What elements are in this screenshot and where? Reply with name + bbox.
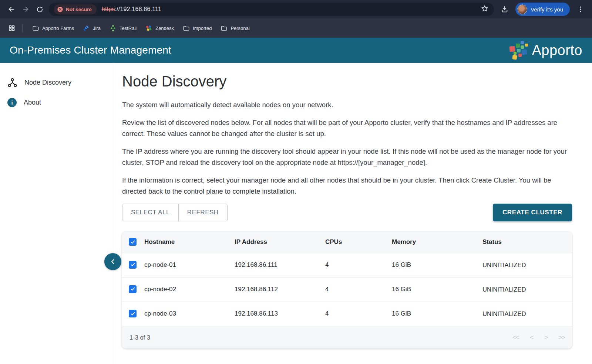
row-checkbox[interactable] (129, 285, 137, 293)
node-hub-icon (7, 78, 17, 88)
column-header-ip: IP Address (235, 232, 325, 253)
bookmark-label: TestRail (120, 25, 137, 31)
apps-grid-icon (8, 24, 16, 32)
cell-cpus: 4 (325, 253, 392, 277)
app-header: On-Premises Cluster Management Apporto (0, 38, 592, 63)
cell-cpus: 4 (325, 277, 392, 302)
url-rest: ://192.168.86.111 (115, 6, 161, 12)
jira-icon (83, 25, 90, 32)
column-header-cpus: CPUs (325, 232, 392, 253)
nodes-table: Hostname IP Address CPUs Memory Status (122, 232, 572, 326)
bookmark-label: Apporto Farms (42, 25, 74, 31)
table-header-row: Hostname IP Address CPUs Memory Status (122, 232, 572, 253)
row-checkbox[interactable] (129, 261, 137, 269)
reload-button[interactable] (33, 2, 47, 16)
cell-ip: 192.168.86.113 (235, 302, 325, 326)
apporto-logo-icon (509, 40, 529, 60)
cell-hostname: cp-node-02 (144, 277, 235, 302)
column-header-hostname: Hostname (144, 232, 235, 253)
select-all-button[interactable]: SELECT ALL (122, 204, 178, 221)
verify-profile-button[interactable]: Verify it's you (515, 3, 570, 16)
table-row[interactable]: cp-node-01 192.168.86.111 4 16 GiB UNINI… (122, 253, 572, 277)
address-bar[interactable]: Not secure https://192.168.86.111 (49, 3, 494, 16)
table-row[interactable]: cp-node-02 192.168.86.112 4 16 GiB UNINI… (122, 277, 572, 302)
sidebar-collapse-button[interactable] (104, 253, 121, 270)
row-checkbox[interactable] (129, 310, 137, 317)
download-button[interactable] (498, 2, 512, 16)
browser-menu-button[interactable] (574, 2, 588, 16)
cell-status: UNINITIALIZED (482, 277, 572, 302)
kebab-menu-icon (577, 6, 584, 13)
sidebar: Node Discovery i About (0, 63, 113, 364)
table-footer: 1-3 of 3 << < > >> (122, 326, 572, 348)
bookmark-personal[interactable]: Personal (216, 23, 254, 34)
url-text: https://192.168.86.111 (102, 6, 161, 13)
column-header-memory: Memory (392, 232, 482, 253)
select-all-checkbox[interactable] (129, 238, 137, 246)
reload-icon (36, 6, 44, 13)
sidebar-item-label: Node Discovery (24, 79, 71, 86)
brand-name: Apporto (532, 42, 582, 58)
nodes-table-card: Hostname IP Address CPUs Memory Status (122, 232, 572, 348)
app-title: On-Premises Cluster Management (10, 44, 171, 56)
bookmark-testrail[interactable]: TestRail (105, 23, 141, 34)
sidebar-item-about[interactable]: i About (0, 93, 113, 112)
cell-hostname: cp-node-03 (144, 302, 235, 326)
bookmark-label: Imported (193, 25, 212, 31)
folder-icon (32, 25, 39, 32)
bookmark-label: Zendesk (155, 25, 174, 31)
browser-toolbar: Not secure https://192.168.86.111 Verify… (0, 0, 592, 18)
bookmarks-bar: Apporto Farms Jira TestRail Zendesk Impo… (0, 18, 592, 38)
bookmark-imported[interactable]: Imported (178, 23, 216, 34)
cell-ip: 192.168.86.112 (235, 277, 325, 302)
cell-hostname: cp-node-01 (144, 253, 235, 277)
check-icon (130, 239, 135, 245)
cell-cpus: 4 (325, 302, 392, 326)
refresh-button[interactable]: REFRESH (178, 204, 227, 221)
verify-label: Verify it's you (531, 6, 563, 13)
main-panel: Node Discovery The system will automatic… (113, 63, 592, 364)
intro-paragraph: The system will automatically detect ava… (122, 99, 572, 110)
bookmark-star-button[interactable] (481, 4, 489, 14)
bookmark-label: Jira (93, 25, 101, 31)
check-icon (130, 286, 135, 292)
cell-memory: 16 GiB (392, 277, 482, 302)
table-row[interactable]: cp-node-03 192.168.86.113 4 16 GiB UNINI… (122, 302, 572, 326)
bookmark-apporto-farms[interactable]: Apporto Farms (28, 23, 78, 34)
folder-icon (221, 25, 228, 32)
apps-grid-button[interactable] (6, 22, 18, 34)
selection-button-group: SELECT ALL REFRESH (122, 204, 228, 221)
bookmark-jira[interactable]: Jira (78, 23, 105, 34)
sidebar-item-node-discovery[interactable]: Node Discovery (0, 72, 113, 93)
cell-status: UNINITIALIZED (482, 302, 572, 326)
apporto-brand: Apporto (509, 40, 582, 60)
forward-button[interactable] (18, 2, 33, 16)
avatar (517, 4, 527, 14)
table-controls: SELECT ALL REFRESH CREATE CLUSTER (122, 204, 572, 221)
last-page-button[interactable]: >> (558, 334, 565, 341)
check-icon (130, 262, 135, 267)
security-label: Not secure (66, 7, 92, 12)
create-cluster-button[interactable]: CREATE CLUSTER (493, 204, 572, 221)
content-area: Node Discovery i About Node Discovery Th… (0, 63, 592, 364)
zendesk-icon (145, 25, 152, 32)
sidebar-item-label: About (24, 99, 41, 106)
bookmark-label: Personal (231, 25, 249, 31)
review-paragraph: Review the list of discovered nodes belo… (122, 117, 572, 139)
next-page-button[interactable]: > (544, 334, 547, 341)
url-scheme: https (102, 6, 115, 12)
bookmarks-divider (22, 24, 23, 32)
cell-memory: 16 GiB (392, 253, 482, 277)
not-secure-icon (57, 6, 63, 13)
pagination-range: 1-3 of 3 (130, 334, 150, 341)
prev-page-button[interactable]: < (530, 334, 533, 341)
check-icon (130, 311, 135, 316)
column-header-status: Status (482, 232, 572, 253)
bookmark-zendesk[interactable]: Zendesk (141, 23, 178, 34)
first-page-button[interactable]: << (512, 334, 519, 341)
back-button[interactable] (4, 2, 18, 16)
security-chip[interactable]: Not secure (54, 4, 97, 14)
forward-icon (21, 5, 30, 13)
cell-ip: 192.168.86.111 (235, 253, 325, 277)
cell-status: UNINITIALIZED (482, 253, 572, 277)
